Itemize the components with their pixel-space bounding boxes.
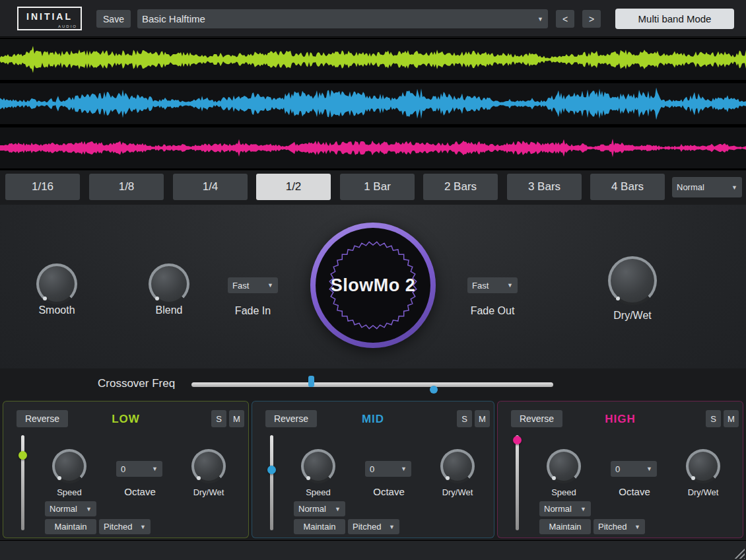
smooth-knob[interactable]	[36, 263, 77, 304]
time-button-4bars[interactable]: 4 Bars	[590, 174, 665, 200]
time-button-3bars[interactable]: 3 Bars	[507, 174, 582, 200]
resize-grip-icon[interactable]	[733, 547, 745, 559]
crossover-handle-low-mid[interactable]	[308, 376, 314, 387]
pitch-mode-select[interactable]: Pitched ▼	[593, 519, 645, 534]
save-button[interactable]: Save	[96, 10, 131, 28]
time-button-1-16[interactable]: 1/16	[5, 174, 80, 200]
solo-button[interactable]: S	[706, 410, 721, 427]
time-button-1bar[interactable]: 1 Bar	[340, 174, 415, 200]
preset-select[interactable]: Basic Halftime ▼	[137, 9, 548, 28]
band-mode-select[interactable]: Normal ▼	[294, 501, 345, 516]
octave-label: Octave	[608, 486, 661, 497]
band-drywet-label: Dry/Wet	[182, 487, 235, 497]
maintain-button[interactable]: Maintain	[539, 519, 591, 534]
band-panel-mid: Reverse MID S M Speed 0 ▼ Octave Dry/Wet…	[252, 401, 494, 538]
fade-in-value: Fast	[232, 281, 249, 291]
band-drywet-label: Dry/Wet	[677, 487, 729, 497]
band-level-slider[interactable]	[270, 435, 273, 530]
logo-subtext: AUDIO	[58, 24, 77, 28]
prev-preset-button[interactable]: <	[556, 10, 574, 28]
pitch-mode-select[interactable]: Pitched ▼	[99, 519, 151, 534]
footer-bar	[0, 540, 746, 560]
time-button-1-4[interactable]: 1/4	[173, 174, 248, 200]
blend-label: Blend	[136, 304, 202, 316]
band-drywet-knob[interactable]	[191, 449, 226, 483]
speed-knob[interactable]	[52, 449, 86, 483]
speed-label: Speed	[292, 487, 345, 497]
solo-button[interactable]: S	[457, 410, 472, 427]
chevron-down-icon: ▼	[634, 524, 640, 530]
band-level-slider[interactable]	[516, 435, 519, 530]
time-button-1-2[interactable]: 1/2	[256, 174, 331, 200]
band-level-slider[interactable]	[21, 435, 24, 530]
time-button-2bars[interactable]: 2 Bars	[423, 174, 498, 200]
octave-value: 0	[370, 464, 374, 474]
band-mode-value: Normal	[544, 504, 572, 514]
chevron-down-icon: ▼	[507, 282, 513, 289]
preset-name: Basic Halftime	[142, 13, 205, 24]
fade-out-label: Fade Out	[459, 305, 526, 317]
mute-button[interactable]: M	[229, 410, 244, 427]
chevron-down-icon: ▼	[335, 506, 341, 512]
band-drywet-knob[interactable]	[686, 449, 720, 483]
drywet-label: Dry/Wet	[599, 310, 665, 322]
band-panel-high: Reverse HIGH S M Speed 0 ▼ Octave Dry/We…	[497, 401, 743, 538]
chevron-down-icon: ▼	[537, 16, 543, 22]
speed-knob[interactable]	[547, 449, 581, 483]
band-mode-value: Normal	[50, 504, 77, 514]
maintain-button[interactable]: Maintain	[294, 519, 345, 534]
knob-indicator	[306, 476, 310, 480]
crossover-handle-mid-high[interactable]	[430, 386, 438, 394]
fade-in-select[interactable]: Fast ▼	[228, 277, 278, 293]
band-level-handle[interactable]	[513, 436, 522, 444]
band-drywet-label: Dry/Wet	[431, 487, 484, 497]
bands-section: Reverse LOW S M Speed 0 ▼ Octave Dry/Wet…	[0, 400, 746, 540]
chevron-down-icon: ▼	[389, 524, 395, 530]
solo-button[interactable]: S	[211, 410, 226, 427]
octave-select[interactable]: 0 ▼	[116, 461, 162, 477]
band-level-handle[interactable]	[267, 466, 276, 474]
time-division-row: 1/16 1/8 1/4 1/2 1 Bar 2 Bars 3 Bars 4 B…	[0, 170, 746, 205]
knob-indicator	[43, 297, 47, 300]
mute-button[interactable]: M	[475, 410, 490, 427]
knob-face	[611, 259, 654, 302]
octave-label: Octave	[362, 486, 415, 497]
waveform-lane-low	[0, 39, 746, 80]
band-mode-select[interactable]: Normal ▼	[539, 501, 591, 516]
octave-select[interactable]: 0 ▼	[365, 461, 411, 477]
fade-out-select[interactable]: Fast ▼	[467, 277, 518, 293]
crossover-section: Crossover Freq	[0, 368, 746, 400]
maintain-button[interactable]: Maintain	[45, 519, 96, 534]
trigger-mode-select[interactable]: Normal ▼	[672, 177, 742, 197]
knob-indicator	[57, 476, 61, 480]
drywet-knob[interactable]	[608, 256, 657, 305]
octave-select[interactable]: 0 ▼	[611, 461, 657, 477]
blend-knob[interactable]	[149, 263, 189, 304]
speed-knob[interactable]	[301, 449, 335, 483]
pitch-mode-value: Pitched	[598, 522, 627, 532]
pitch-mode-select[interactable]: Pitched ▼	[348, 519, 399, 534]
crossover-label: Crossover Freq	[98, 377, 175, 390]
fade-in-label: Fade In	[220, 305, 286, 317]
mute-button[interactable]: M	[724, 410, 739, 427]
crossover-slider-track[interactable]	[191, 382, 553, 387]
waveform-lane-high	[0, 127, 746, 168]
header-bar: INITIAL AUDIO Save Basic Halftime ▼ < > …	[0, 0, 746, 37]
band-drywet-knob[interactable]	[440, 449, 475, 483]
knob-indicator	[691, 476, 695, 480]
band-panel-low: Reverse LOW S M Speed 0 ▼ Octave Dry/Wet…	[3, 401, 249, 538]
band-level-handle[interactable]	[18, 451, 27, 460]
next-preset-button[interactable]: >	[582, 10, 601, 28]
chevron-down-icon: ▼	[152, 466, 158, 472]
speed-label: Speed	[537, 487, 590, 497]
time-button-1-8[interactable]: 1/8	[89, 174, 164, 200]
chevron-down-icon: ▼	[401, 466, 407, 472]
slowmo-logo-text: SlowMo 2	[331, 275, 416, 296]
octave-value: 0	[121, 464, 125, 474]
band-mode-select[interactable]: Normal ▼	[45, 501, 96, 516]
fade-out-value: Fast	[472, 281, 489, 291]
knob-indicator	[446, 476, 450, 480]
multiband-mode-button[interactable]: Multi band Mode	[615, 9, 734, 29]
waveform-display	[0, 38, 746, 170]
chevron-down-icon: ▼	[140, 524, 146, 530]
